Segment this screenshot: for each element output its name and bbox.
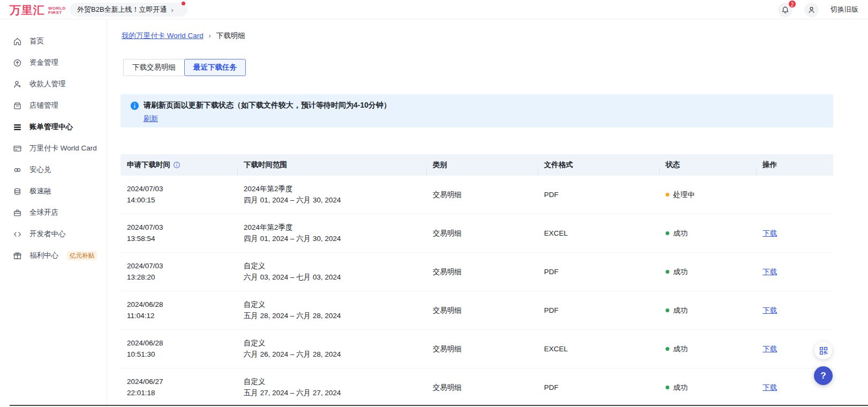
download-link[interactable]: 下载 (763, 383, 777, 393)
chevron-right-icon: › (171, 6, 173, 14)
status-text: 成功 (673, 229, 688, 238)
header-status: 状态 (659, 160, 756, 170)
refresh-link[interactable]: 刷新 (144, 114, 158, 124)
sidebar-item-home[interactable]: 首页 (0, 31, 107, 52)
status-text: 成功 (673, 383, 688, 393)
action-cell (756, 176, 833, 214)
sidebar-item-jisurong[interactable]: 极速融 (0, 180, 107, 202)
app-screen: 万里汇 WORLD FIRST 外贸B2B全新上线！立即开通 › 2 (0, 0, 868, 407)
table-row: 2024/06/28 11:04:12 自定义 五月 28, 2024 – 六月… (120, 291, 833, 330)
sidebar-item-label: 店铺管理 (29, 101, 58, 110)
sidebar-item-label: 安心兑 (29, 165, 51, 175)
b2b-promo-banner[interactable]: 外贸B2B全新上线！立即开通 › (70, 3, 187, 17)
sidebar-item-anxindui[interactable]: 安心兑 (0, 159, 107, 180)
category-cell: 交易明细 (426, 214, 538, 252)
developer-icon (13, 230, 22, 239)
sidebar-item-label: 开发者中心 (29, 229, 66, 239)
table-row: 2024/06/28 10:51:30 自定义 六月 26, 2024 – 六月… (120, 330, 833, 368)
tab-download-transactions[interactable]: 下载交易明细 (123, 59, 184, 76)
breadcrumb: 我的万里付卡 World Card › 下载明细 (122, 31, 245, 41)
user-icon (807, 6, 816, 14)
table-row: 2024/06/27 22:01:18 自定义 五月 27, 2024 – 六月… (120, 368, 833, 407)
header-request-time: 申请下载时间 (120, 160, 237, 170)
notifications-button[interactable]: 2 (778, 3, 792, 17)
table-row: 2024/07/03 13:28:20 自定义 六月 03, 2024 – 七月… (120, 253, 833, 291)
screen-bottom-edge (10, 405, 868, 406)
global-store-icon (13, 208, 22, 217)
logo-cn-text: 万里汇 (10, 3, 45, 18)
info-tooltip-icon[interactable] (173, 161, 180, 169)
request-time-cell: 2024/06/27 22:01:18 (120, 368, 237, 406)
qr-code-fab[interactable] (814, 342, 832, 359)
breadcrumb-link-world-card[interactable]: 我的万里付卡 World Card (122, 31, 203, 41)
sidebar-item-developer-center[interactable]: 开发者中心 (0, 223, 107, 245)
range-cell: 2024年第2季度 四月 01, 2024 – 六月 30, 2024 (237, 176, 426, 214)
sidebar-item-label: 全球开店 (29, 208, 58, 217)
format-cell: PDF (538, 291, 659, 329)
help-fab[interactable]: ? (814, 366, 833, 385)
download-link[interactable]: 下载 (763, 229, 777, 238)
sidebar-item-benefits-center[interactable]: 福利中心 亿元补贴 (0, 245, 107, 266)
financing-icon (13, 187, 22, 196)
status-dot (666, 386, 669, 389)
payee-icon (13, 80, 22, 89)
question-mark-icon: ? (820, 371, 826, 381)
request-time-cell: 2024/06/28 10:51:30 (120, 330, 237, 368)
breadcrumb-current: 下载明细 (216, 31, 245, 41)
download-link[interactable]: 下载 (763, 306, 777, 315)
category-cell: 交易明细 (426, 330, 538, 368)
sidebar-item-world-card[interactable]: 万里付卡 World Card (0, 138, 107, 159)
status-cell: 处理中 (659, 176, 756, 214)
action-cell: 下载 (756, 253, 833, 291)
status-text: 成功 (673, 267, 688, 277)
topbar-actions: 2 切换旧版 (778, 0, 858, 19)
notification-count-badge: 2 (788, 0, 796, 8)
header-category: 类别 (426, 160, 538, 170)
chevron-right-icon: › (209, 32, 211, 40)
status-text: 成功 (673, 306, 688, 315)
sidebar-item-funds[interactable]: 资金管理 (0, 52, 107, 73)
header-range: 下载时间范围 (237, 160, 426, 170)
category-cell: 交易明细 (426, 253, 538, 291)
download-link[interactable]: 下载 (763, 344, 777, 354)
switch-old-version-link[interactable]: 切换旧版 (831, 5, 858, 14)
shop-icon (13, 101, 22, 110)
account-button[interactable] (804, 3, 819, 17)
sidebar-item-shops[interactable]: 店铺管理 (0, 95, 107, 116)
sidebar-item-billing-center[interactable]: 账单管理中心 (0, 116, 107, 138)
worldfirst-logo[interactable]: 万里汇 WORLD FIRST (10, 3, 66, 18)
tab-group: 下载交易明细 最近下载任务 (123, 59, 246, 76)
sidebar: 首页 资金管理 收款人管理 店铺管理 账单管理中心 (0, 19, 107, 407)
header-action: 操作 (756, 160, 833, 170)
format-cell: EXCEL (538, 330, 659, 368)
status-cell: 成功 (659, 291, 756, 329)
sidebar-item-label: 资金管理 (29, 58, 58, 67)
status-cell: 成功 (659, 330, 756, 368)
download-link[interactable]: 下载 (763, 267, 777, 277)
billing-icon (13, 123, 22, 132)
sidebar-item-label: 首页 (29, 36, 44, 46)
status-dot (666, 308, 669, 312)
request-time-cell: 2024/07/03 14:00:15 (120, 176, 237, 214)
benefits-badge: 亿元补贴 (67, 251, 97, 260)
tab-recent-download-tasks[interactable]: 最近下载任务 (184, 59, 246, 76)
format-cell: PDF (538, 176, 659, 214)
range-cell: 2024年第2季度 四月 01, 2024 – 六月 30, 2024 (237, 214, 426, 252)
sidebar-item-global-store[interactable]: 全球开店 (0, 202, 107, 223)
sidebar-item-label: 极速融 (29, 186, 51, 196)
format-cell: PDF (538, 368, 659, 406)
range-cell: 自定义 六月 03, 2024 – 七月 03, 2024 (237, 253, 426, 291)
format-cell: EXCEL (538, 214, 659, 252)
category-cell: 交易明细 (426, 176, 538, 214)
status-cell: 成功 (659, 253, 756, 291)
topbar: 万里汇 WORLD FIRST 外贸B2B全新上线！立即开通 › 2 (0, 0, 868, 19)
sidebar-item-label: 账单管理中心 (29, 122, 73, 132)
action-cell: 下载 (756, 291, 833, 329)
table-header: 申请下载时间 下载时间范围 类别 文件格式 状态 操作 (120, 154, 833, 176)
sidebar-item-payees[interactable]: 收款人管理 (0, 73, 107, 95)
status-dot (666, 193, 669, 197)
home-icon (13, 37, 22, 46)
request-time-cell: 2024/07/03 13:28:20 (120, 253, 237, 291)
qr-code-icon (819, 346, 828, 355)
notice-message: 请刷新页面以更新下载状态（如下载文件较大，预计等待时间为4-10分钟） (144, 101, 391, 110)
